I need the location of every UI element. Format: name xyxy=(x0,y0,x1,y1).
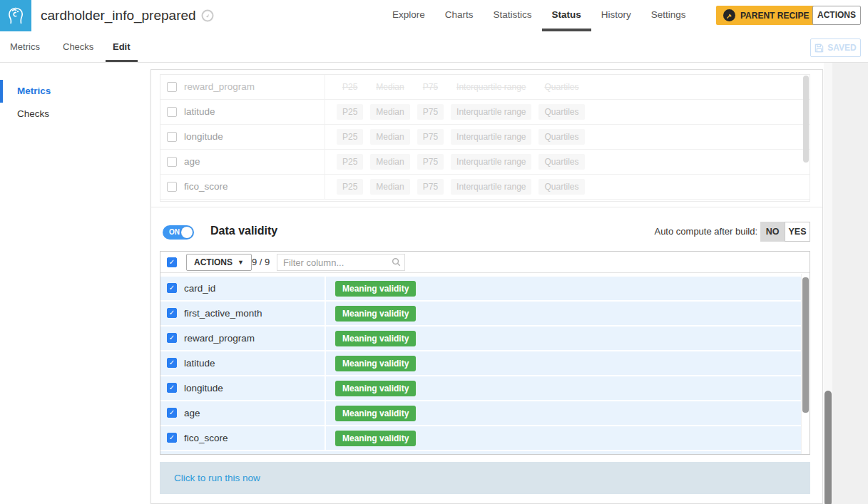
metric-badge[interactable]: P75 xyxy=(417,154,444,170)
metrics-rows: reward_programP25MedianP75Interquartile … xyxy=(160,75,810,202)
metric-badge[interactable]: Interquartile range xyxy=(451,79,531,95)
subtab-metrics[interactable]: Metrics xyxy=(10,31,40,62)
app-logo[interactable] xyxy=(0,0,31,31)
metric-badge[interactable]: P25 xyxy=(337,104,363,120)
actions-dropdown[interactable]: ACTIONS ▼ xyxy=(186,254,252,271)
metric-badge[interactable]: Median xyxy=(370,129,409,145)
metric-badge[interactable]: Interquartile range xyxy=(451,154,531,170)
metric-badge[interactable]: Interquartile range xyxy=(451,104,531,120)
metric-badge[interactable]: Quartiles xyxy=(538,79,584,95)
metrics-scrollbar-thumb[interactable] xyxy=(803,76,809,163)
page-scrollbar-thumb[interactable] xyxy=(824,391,832,504)
metric-badge[interactable]: Interquartile range xyxy=(451,179,531,195)
toggle-knob xyxy=(181,227,193,238)
actions-button[interactable]: ACTIONS xyxy=(812,6,861,25)
metric-badge[interactable]: Quartiles xyxy=(538,129,584,145)
subtab-edit[interactable]: Edit xyxy=(106,31,138,62)
validity-scrollbar xyxy=(801,274,810,454)
page-title: cardholder_info_prepared xyxy=(41,0,196,31)
auto-compute-no-button[interactable]: NO xyxy=(760,222,785,242)
validity-badge-cell: Meaning validity xyxy=(325,376,801,400)
metric-badge[interactable]: P75 xyxy=(417,179,444,195)
sidebar-item-metrics[interactable]: Metrics xyxy=(0,80,150,103)
validity-badge-cell: Meaning validity xyxy=(325,326,801,350)
meaning-validity-badge[interactable]: Meaning validity xyxy=(335,306,416,322)
validity-scrollbar-thumb[interactable] xyxy=(802,277,809,413)
row-checkbox[interactable] xyxy=(167,383,177,393)
auto-compute-label: Auto compute after build: xyxy=(551,222,757,242)
metric-badge[interactable]: P25 xyxy=(337,179,363,195)
validity-row: card_idMeaning validity xyxy=(160,277,801,300)
filter-field xyxy=(277,254,405,271)
subtab-checks[interactable]: Checks xyxy=(63,31,93,62)
metric-badge[interactable]: Median xyxy=(370,154,409,170)
metric-badge[interactable]: Median xyxy=(370,179,409,195)
actions-dropdown-label: ACTIONS xyxy=(194,257,233,267)
sidebar-list: MetricsChecks xyxy=(0,80,150,125)
metric-badge[interactable]: Quartiles xyxy=(538,154,584,170)
nav-tab-history[interactable]: History xyxy=(591,0,641,31)
meaning-validity-badge[interactable]: Meaning validity xyxy=(335,406,416,421)
validity-rows: card_idMeaning validityfirst_active_mont… xyxy=(160,274,801,454)
metric-badge-list: P25MedianP75Interquartile rangeQuartiles xyxy=(325,125,801,149)
search-icon xyxy=(392,257,401,267)
metrics-row: fico_scoreP25MedianP75Interquartile rang… xyxy=(160,175,810,200)
metric-badge[interactable]: P75 xyxy=(417,79,444,95)
run-now-link[interactable]: Click to run this now xyxy=(174,462,260,494)
metric-badge[interactable]: Quartiles xyxy=(538,104,584,120)
row-checkbox[interactable] xyxy=(167,132,177,142)
column-name: first_active_month xyxy=(184,302,262,325)
metric-badge[interactable]: P25 xyxy=(337,129,363,145)
metrics-row: ageP25MedianP75Interquartile rangeQuarti… xyxy=(160,150,810,175)
saved-button[interactable]: SAVED xyxy=(810,38,861,57)
nav-tab-status[interactable]: Status xyxy=(542,0,591,31)
column-name: fico_score xyxy=(184,426,228,450)
meaning-validity-badge[interactable]: Meaning validity xyxy=(335,356,416,371)
meaning-validity-badge[interactable]: Meaning validity xyxy=(335,431,416,446)
meaning-validity-badge[interactable]: Meaning validity xyxy=(335,331,416,346)
toggle-on-label: ON xyxy=(169,225,180,240)
row-checkbox[interactable] xyxy=(167,107,177,117)
metric-badge[interactable]: P75 xyxy=(417,104,444,120)
row-checkbox[interactable] xyxy=(167,283,177,293)
data-validity-toggle[interactable]: ON xyxy=(163,225,194,240)
metric-badge-list: P25MedianP75Interquartile rangeQuartiles xyxy=(325,175,801,199)
metric-badge[interactable]: Quartiles xyxy=(538,179,584,195)
column-name: fico_score xyxy=(184,175,228,199)
column-name: longitude xyxy=(184,376,223,400)
row-checkbox[interactable] xyxy=(167,308,177,318)
meaning-validity-badge[interactable]: Meaning validity xyxy=(335,281,416,297)
metric-badge-list: P25MedianP75Interquartile rangeQuartiles xyxy=(325,75,801,99)
metric-badge[interactable]: Median xyxy=(370,104,409,120)
sidebar-item-checks[interactable]: Checks xyxy=(0,103,150,125)
nav-tab-settings[interactable]: Settings xyxy=(641,0,696,31)
nav-tab-explore[interactable]: Explore xyxy=(382,0,435,31)
metric-badge[interactable]: P25 xyxy=(337,79,363,95)
column-name: age xyxy=(184,150,200,174)
run-now-bar[interactable]: Click to run this now xyxy=(160,462,810,494)
auto-compute-yes-button[interactable]: YES xyxy=(785,222,810,242)
row-checkbox[interactable] xyxy=(167,358,177,368)
metrics-row: longitudeP25MedianP75Interquartile range… xyxy=(160,125,810,150)
top-header: cardholder_info_prepared ExploreChartsSt… xyxy=(0,0,868,31)
postgresql-elephant-icon xyxy=(6,6,26,26)
meaning-validity-badge[interactable]: Meaning validity xyxy=(335,381,416,396)
validity-row: ageMeaning validity xyxy=(160,401,801,425)
compass-icon[interactable] xyxy=(200,9,215,23)
metric-badge[interactable]: Interquartile range xyxy=(451,129,531,145)
row-checkbox[interactable] xyxy=(167,182,177,192)
metric-badge[interactable]: P25 xyxy=(337,154,363,170)
filter-column-input[interactable] xyxy=(277,254,405,271)
row-checkbox[interactable] xyxy=(167,433,177,443)
row-checkbox[interactable] xyxy=(167,82,177,92)
nav-tab-statistics[interactable]: Statistics xyxy=(484,0,542,31)
metric-badge[interactable]: Median xyxy=(370,79,409,95)
row-checkbox[interactable] xyxy=(167,157,177,167)
select-all-checkbox[interactable] xyxy=(167,257,177,267)
metric-badge[interactable]: P75 xyxy=(417,129,444,145)
parent-recipe-button[interactable]: PARENT RECIPE xyxy=(716,6,816,25)
nav-tab-charts[interactable]: Charts xyxy=(435,0,484,31)
column-name: latitude xyxy=(184,100,215,124)
row-checkbox[interactable] xyxy=(167,333,177,343)
row-checkbox[interactable] xyxy=(167,408,177,418)
